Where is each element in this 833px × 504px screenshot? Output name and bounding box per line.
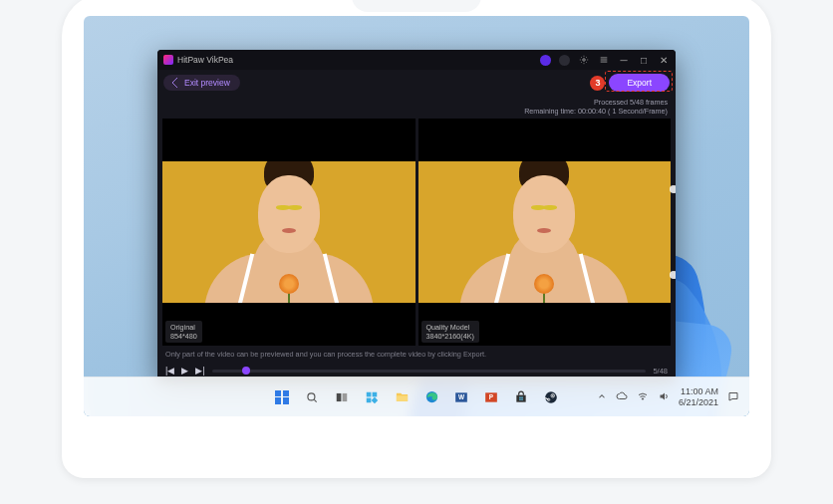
play-icon[interactable]: ▶ <box>181 366 188 376</box>
frame-counter: 5/48 <box>653 367 668 376</box>
widgets-icon[interactable] <box>361 386 383 408</box>
handle-top-icon[interactable] <box>670 185 676 193</box>
word-icon[interactable]: W <box>450 386 472 408</box>
explorer-icon[interactable] <box>391 386 413 408</box>
svg-point-0 <box>583 59 586 62</box>
svg-rect-22 <box>521 398 522 399</box>
svg-point-27 <box>642 397 643 398</box>
svg-point-4 <box>308 392 315 399</box>
window-controls: ─ □ ✕ <box>540 54 670 66</box>
app-window: HitPaw VikPea ─ □ ✕ <box>157 50 676 380</box>
maximize-icon[interactable]: □ <box>638 54 650 66</box>
clock-time: 11:00 AM <box>679 386 718 396</box>
steam-icon[interactable] <box>540 386 562 408</box>
tray-wifi-icon[interactable] <box>637 390 649 404</box>
handle-bottom-icon[interactable] <box>670 271 676 279</box>
svg-rect-12 <box>396 395 407 401</box>
exit-preview-button[interactable]: Exit preview <box>163 75 240 91</box>
svg-text:P: P <box>489 393 494 400</box>
enhanced-image <box>418 161 672 302</box>
edge-icon[interactable] <box>420 386 442 408</box>
app-logo-icon <box>163 55 173 65</box>
laptop-frame: HitPaw VikPea ─ □ ✕ <box>62 0 771 478</box>
svg-point-25 <box>552 394 554 396</box>
comparison-handles <box>668 119 676 346</box>
tray-cloud-icon[interactable] <box>616 390 628 404</box>
clock[interactable]: 11:00 AM 6/21/2021 <box>679 386 718 407</box>
search-icon[interactable] <box>301 386 323 408</box>
enhanced-label: Quality Model 3840*2160(4K) <box>421 321 479 343</box>
enhanced-res: 3840*2160(4K) <box>426 332 474 341</box>
original-label: Original 854*480 <box>165 321 202 343</box>
next-frame-icon[interactable]: ▶| <box>195 366 204 376</box>
tray-notifications-icon[interactable] <box>727 390 739 404</box>
compare-view: Original 854*480 Quality Model <box>157 119 676 346</box>
taskbar-tray: 11:00 AM 6/21/2021 <box>597 386 739 407</box>
export-group: 3 Export <box>590 74 670 92</box>
original-image <box>162 161 416 302</box>
store-icon[interactable] <box>510 386 532 408</box>
clock-date: 6/21/2021 <box>679 397 718 407</box>
title-gray-dot-icon[interactable] <box>559 55 570 66</box>
svg-rect-8 <box>367 391 372 396</box>
enhanced-pane: Quality Model 3840*2160(4K) <box>418 119 672 346</box>
original-pane: Original 854*480 <box>162 119 416 346</box>
svg-rect-6 <box>337 392 342 400</box>
taskbar: W P <box>84 377 749 416</box>
app-title: HitPaw VikPea <box>177 55 233 65</box>
enhanced-title: Quality Model <box>426 323 474 332</box>
svg-rect-9 <box>373 391 378 396</box>
exit-preview-label: Exit preview <box>184 78 230 88</box>
taskbar-center: W P <box>271 386 562 408</box>
playhead[interactable] <box>242 367 250 375</box>
svg-text:W: W <box>458 393 465 400</box>
svg-point-23 <box>545 391 557 403</box>
svg-rect-10 <box>367 397 372 402</box>
tray-volume-icon[interactable] <box>658 390 670 404</box>
settings-icon[interactable] <box>578 54 590 66</box>
original-title: Original <box>170 323 197 332</box>
svg-rect-11 <box>372 396 379 403</box>
start-icon[interactable] <box>271 386 293 408</box>
powerpoint-icon[interactable]: P <box>480 386 502 408</box>
laptop-notch <box>352 0 481 12</box>
title-purple-dot-icon[interactable] <box>540 55 551 66</box>
step-badge: 3 <box>590 76 605 91</box>
taskview-icon[interactable] <box>331 386 353 408</box>
original-res: 854*480 <box>170 332 197 341</box>
svg-rect-19 <box>519 396 520 397</box>
status-remaining: Remaining time: 00:00:40 ( 1 Second/Fram… <box>157 107 668 116</box>
toolbar: Exit preview 3 Export <box>157 70 676 96</box>
svg-rect-20 <box>521 396 522 397</box>
titlebar: HitPaw VikPea ─ □ ✕ <box>157 50 676 70</box>
preview-hint: Only part of the video can be previewed … <box>157 346 676 361</box>
svg-rect-18 <box>516 394 525 401</box>
timeline[interactable] <box>212 370 647 373</box>
menu-icon[interactable] <box>598 54 610 66</box>
svg-line-5 <box>314 399 316 401</box>
svg-rect-21 <box>519 398 520 399</box>
processing-status: Processed 5/48 frames Remaining time: 00… <box>157 96 676 119</box>
svg-rect-7 <box>343 392 348 400</box>
prev-frame-icon[interactable]: |◀ <box>165 366 174 376</box>
minimize-icon[interactable]: ─ <box>618 54 630 66</box>
tray-chevron-icon[interactable] <box>597 391 607 403</box>
close-icon[interactable]: ✕ <box>658 54 670 66</box>
export-button[interactable]: Export <box>609 74 670 92</box>
status-frames: Processed 5/48 frames <box>157 98 668 107</box>
desktop-screen: HitPaw VikPea ─ □ ✕ <box>84 16 749 416</box>
